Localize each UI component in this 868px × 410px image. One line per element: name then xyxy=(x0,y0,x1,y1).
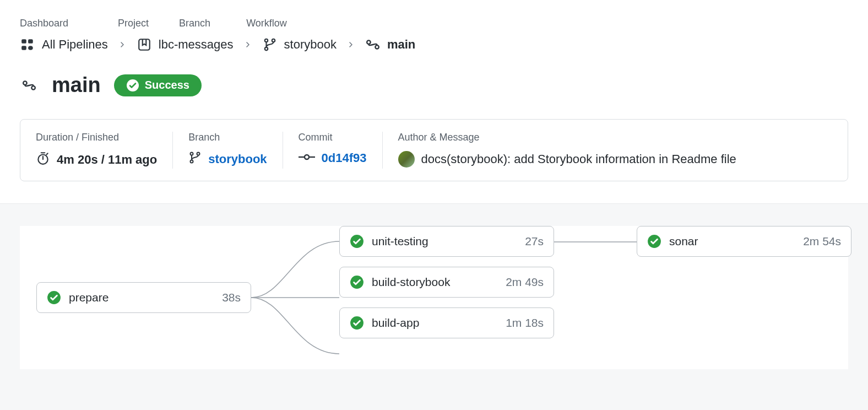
breadcrumb-project-text: lbc-messages xyxy=(159,37,234,52)
info-value-duration: 4m 20s / 11m ago xyxy=(57,153,157,167)
job-duration: 27s xyxy=(525,235,544,248)
stopwatch-icon xyxy=(36,151,50,169)
job-duration: 2m 49s xyxy=(506,276,544,289)
workflow-graph-area: prepare 38s unit-testing 27s build-story… xyxy=(0,203,868,410)
workflow-graph: prepare 38s unit-testing 27s build-story… xyxy=(20,226,848,369)
breadcrumb-item-workflow[interactable]: main xyxy=(365,37,415,52)
svg-point-14 xyxy=(191,153,193,155)
svg-point-17 xyxy=(305,155,309,159)
job-name: unit-testing xyxy=(372,235,428,248)
bookmark-icon xyxy=(137,37,152,52)
info-label-duration: Duration / Finished xyxy=(36,132,157,143)
breadcrumb-workflow-text: main xyxy=(387,37,415,52)
commit-message: docs(storybook): add Storybook informati… xyxy=(421,152,736,166)
check-circle-icon xyxy=(126,79,139,92)
job-duration: 38s xyxy=(222,291,241,304)
svg-point-5 xyxy=(264,39,267,42)
info-section-commit: Commit 0d14f93 xyxy=(283,132,382,169)
breadcrumb-item-dashboard[interactable]: All Pipelines xyxy=(20,37,108,52)
breadcrumb: All Pipelines lbc-messages storybook xyxy=(20,37,848,52)
info-label-branch: Branch xyxy=(188,132,267,143)
status-badge-text: Success xyxy=(145,79,189,91)
status-badge-success: Success xyxy=(114,74,202,96)
svg-point-16 xyxy=(197,153,200,155)
breadcrumb-branch-text: storybook xyxy=(284,37,337,52)
info-label-author: Author & Message xyxy=(398,132,817,143)
job-node-build-storybook[interactable]: build-storybook 2m 49s xyxy=(339,267,554,298)
workflow-info-card: Duration / Finished 4m 20s / 11m ago Bra… xyxy=(20,119,848,181)
svg-rect-2 xyxy=(21,46,26,50)
svg-point-8 xyxy=(367,40,371,44)
job-node-unit-testing[interactable]: unit-testing 27s xyxy=(339,226,554,257)
svg-point-7 xyxy=(272,39,274,42)
breadcrumb-dashboard-text: All Pipelines xyxy=(42,37,108,52)
job-name: prepare xyxy=(69,291,109,304)
svg-point-10 xyxy=(23,81,27,85)
chevron-right-icon xyxy=(119,39,126,51)
workflow-title: main xyxy=(52,73,101,97)
workflow-icon xyxy=(365,37,381,52)
job-name: build-storybook xyxy=(372,276,450,289)
commit-link[interactable]: 0d14f93 xyxy=(322,151,367,165)
breadcrumb-label-workflow: Workflow xyxy=(246,18,287,29)
svg-point-9 xyxy=(375,45,379,49)
svg-rect-1 xyxy=(28,39,33,44)
svg-rect-3 xyxy=(28,46,33,50)
pipelines-icon xyxy=(20,37,35,52)
workflow-icon xyxy=(20,76,39,95)
svg-point-6 xyxy=(264,47,267,50)
job-name: build-app xyxy=(372,316,419,330)
svg-rect-0 xyxy=(21,39,26,44)
job-duration: 2m 54s xyxy=(803,235,841,248)
info-label-commit: Commit xyxy=(299,132,367,143)
check-circle-icon xyxy=(350,234,364,249)
author-avatar xyxy=(398,151,415,168)
job-node-build-app[interactable]: build-app 1m 18s xyxy=(339,308,554,338)
branch-link[interactable]: storybook xyxy=(208,152,267,166)
info-section-author: Author & Message docs(storybook): add St… xyxy=(382,132,832,169)
breadcrumb-label-dashboard: Dashboard xyxy=(20,18,68,29)
workflow-title-row: main Success xyxy=(20,73,848,97)
chevron-right-icon xyxy=(348,39,354,51)
chevron-right-icon xyxy=(245,39,251,51)
job-node-sonar[interactable]: sonar 2m 54s xyxy=(637,226,851,257)
svg-point-15 xyxy=(191,160,193,163)
breadcrumb-item-branch[interactable]: storybook xyxy=(262,37,337,52)
branch-icon xyxy=(262,37,278,52)
check-circle-icon xyxy=(647,234,661,249)
job-node-prepare[interactable]: prepare 38s xyxy=(36,282,251,313)
breadcrumb-label-branch: Branch xyxy=(179,18,210,29)
job-name: sonar xyxy=(669,235,698,248)
branch-icon xyxy=(188,151,202,168)
commit-icon xyxy=(299,151,315,165)
check-circle-icon xyxy=(47,290,61,305)
check-circle-icon xyxy=(350,275,364,289)
info-section-branch: Branch storybook xyxy=(172,132,282,169)
info-section-duration: Duration / Finished 4m 20s / 11m ago xyxy=(36,132,172,169)
svg-point-11 xyxy=(31,86,35,90)
breadcrumb-column-labels: Dashboard Project Branch Workflow xyxy=(20,18,848,29)
breadcrumb-item-project[interactable]: lbc-messages xyxy=(137,37,234,52)
breadcrumb-label-project: Project xyxy=(118,18,149,29)
job-duration: 1m 18s xyxy=(506,316,544,330)
check-circle-icon xyxy=(350,316,364,330)
